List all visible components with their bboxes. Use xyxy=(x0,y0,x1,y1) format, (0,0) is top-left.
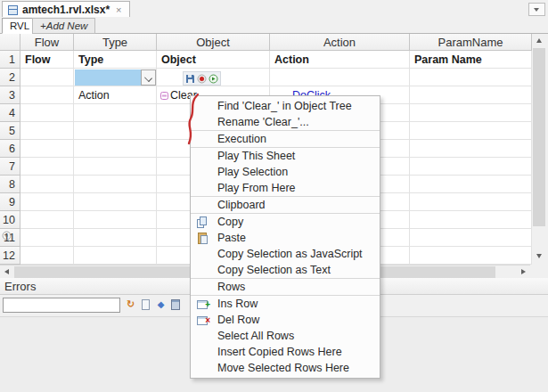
grid-cell[interactable] xyxy=(270,69,410,86)
cell-r1-param[interactable]: Param Name xyxy=(411,51,482,69)
menu-item-play-from-here[interactable]: Play From Here xyxy=(191,180,380,196)
grid-cell[interactable] xyxy=(410,176,532,193)
grid-cell[interactable] xyxy=(74,193,157,211)
grid-cell[interactable] xyxy=(410,122,532,140)
grid-cell[interactable] xyxy=(20,86,74,104)
row-number-9[interactable]: 9 xyxy=(0,193,20,211)
grid-cell[interactable] xyxy=(74,104,157,122)
menu-item-copy-selection-as-text[interactable]: Copy Selection as Text xyxy=(191,262,380,278)
tab-rvl-label: RVL xyxy=(10,20,29,31)
page-icon[interactable] xyxy=(140,298,151,310)
cell-r1-object[interactable]: Object xyxy=(158,51,196,69)
menu-item-label: Insert Copied Rows Here xyxy=(217,346,342,358)
grid-cell[interactable] xyxy=(20,193,74,211)
grid-cell[interactable] xyxy=(20,158,74,176)
row-number-8[interactable]: 8 xyxy=(0,176,20,193)
scroll-down-button[interactable] xyxy=(532,249,546,263)
errors-filter-input[interactable] xyxy=(3,298,120,313)
errors-filter-icons xyxy=(125,298,182,310)
scroll-up-button[interactable] xyxy=(532,34,546,47)
grid-cell[interactable] xyxy=(20,247,74,265)
grid-cell[interactable] xyxy=(20,122,74,140)
grid-corner-header[interactable] xyxy=(0,34,20,51)
row-number-7[interactable]: 7 xyxy=(0,158,20,176)
menu-item-label: Copy Selection as JavaScript xyxy=(217,248,363,260)
tab-add-new[interactable]: +Add New xyxy=(32,18,95,34)
grid-cell[interactable] xyxy=(74,122,157,140)
grid-column-header-paramname[interactable]: ParamName xyxy=(410,34,532,51)
menu-item-find-clear-in-object-tree[interactable]: Find 'Clear_' in Object Tree xyxy=(191,98,380,114)
menu-item-play-this-sheet[interactable]: Play This Sheet xyxy=(191,148,380,164)
grid-column-header-type[interactable]: Type xyxy=(74,34,157,51)
grid-column-header-object[interactable]: Object xyxy=(157,34,270,51)
vertical-scrollbar-thumb[interactable] xyxy=(533,48,545,226)
grid-cell[interactable] xyxy=(20,140,74,158)
grid-cell[interactable] xyxy=(410,104,532,122)
record-icon[interactable] xyxy=(197,74,207,84)
row-number-10[interactable]: 10 xyxy=(0,211,20,229)
scrollbar-corner xyxy=(530,265,548,278)
menu-item-ins-row[interactable]: Ins Row xyxy=(191,296,380,312)
grid-cell[interactable] xyxy=(20,229,74,247)
row-number-5[interactable]: 5 xyxy=(0,122,20,140)
grid-cell[interactable] xyxy=(74,176,157,193)
diamond-icon[interactable] xyxy=(155,298,167,310)
grid-column-header-action[interactable]: Action xyxy=(270,34,410,51)
menu-item-copy[interactable]: Copy xyxy=(191,214,380,230)
grid-cell[interactable] xyxy=(410,86,532,104)
refresh-icon[interactable] xyxy=(125,298,136,310)
row-number-3[interactable]: 3 xyxy=(0,86,20,104)
play-icon[interactable] xyxy=(209,74,218,84)
type-combobox[interactable] xyxy=(75,69,156,86)
tab-add-new-label: +Add New xyxy=(40,20,87,31)
chevron-down-icon[interactable] xyxy=(141,69,156,86)
row-number-12[interactable]: 12 xyxy=(0,247,20,265)
grid-cell[interactable] xyxy=(20,104,74,122)
row-number-6[interactable]: 6 xyxy=(0,140,20,158)
chevron-down-icon xyxy=(536,254,542,258)
menu-item-paste[interactable]: Paste xyxy=(191,230,380,246)
menu-item-label: Rows xyxy=(217,281,245,293)
grid-cell[interactable] xyxy=(20,69,74,86)
grid-cell[interactable] xyxy=(74,158,157,176)
cell-r1-action[interactable]: Action xyxy=(271,51,309,69)
row-number-2[interactable]: 2 xyxy=(0,69,20,86)
grid-cell[interactable] xyxy=(410,193,532,211)
grid-cell[interactable] xyxy=(20,176,74,193)
cell-r3-type[interactable]: Action xyxy=(75,86,110,104)
close-tab-icon[interactable]: × xyxy=(114,4,123,15)
grid-cell[interactable] xyxy=(74,140,157,158)
grid-cell[interactable] xyxy=(410,158,532,176)
menu-item-insert-copied-rows-here[interactable]: Insert Copied Rows Here xyxy=(191,344,380,360)
grid-cell[interactable] xyxy=(20,211,74,229)
menu-item-select-all-rows[interactable]: Select All Rows xyxy=(191,328,380,344)
grid-cell[interactable] xyxy=(410,229,532,247)
grid-cell[interactable] xyxy=(74,211,157,229)
scroll-left-button[interactable] xyxy=(0,265,14,279)
notebook-icon[interactable] xyxy=(170,298,182,310)
cell-r1-flow[interactable]: Flow xyxy=(21,51,50,69)
menu-item-rename-clear[interactable]: Rename 'Clear_'... xyxy=(191,114,380,130)
grid-cell[interactable] xyxy=(74,247,157,265)
save-icon[interactable] xyxy=(185,74,195,84)
row-number-4[interactable]: 4 xyxy=(0,104,20,122)
grid-cell[interactable] xyxy=(410,247,532,265)
grid-cell[interactable] xyxy=(410,211,532,229)
scroll-right-button[interactable] xyxy=(516,265,530,279)
grid-cell[interactable] xyxy=(74,229,157,247)
paste-icon xyxy=(197,233,208,243)
cursor-artifact-icon xyxy=(1,230,13,242)
cell-r1-type[interactable]: Type xyxy=(75,51,103,69)
document-tab[interactable]: amtech1.rvl.xlsx* × xyxy=(2,1,130,18)
menu-item-move-selected-rows-here[interactable]: Move Selected Rows Here xyxy=(191,360,380,376)
grid-cell[interactable] xyxy=(410,69,532,86)
row-number-1[interactable]: 1 xyxy=(0,51,20,69)
document-tab-label: amtech1.rvl.xlsx* xyxy=(22,4,110,16)
menu-item-del-row[interactable]: Del Row xyxy=(191,312,380,328)
tab-list-dropdown-button[interactable] xyxy=(528,3,545,16)
menu-item-play-selection[interactable]: Play Selection xyxy=(191,164,380,180)
vertical-scrollbar[interactable] xyxy=(532,34,546,263)
grid-column-header-flow[interactable]: Flow xyxy=(20,34,74,51)
menu-item-copy-selection-as-javascript[interactable]: Copy Selection as JavaScript xyxy=(191,246,380,262)
grid-cell[interactable] xyxy=(410,140,532,158)
